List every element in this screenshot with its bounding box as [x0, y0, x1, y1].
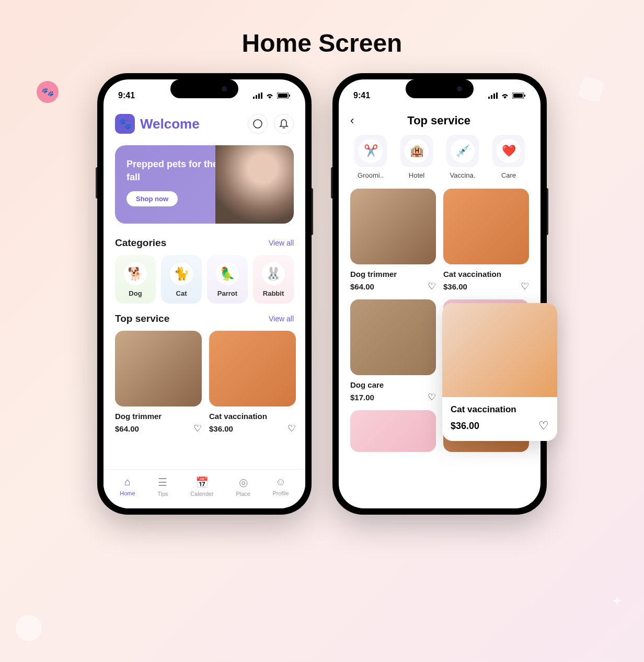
svg-point-7	[254, 120, 262, 128]
rabbit-icon: 🐰	[262, 262, 285, 285]
calendar-icon: 📅	[196, 476, 209, 489]
chat-button[interactable]	[248, 114, 268, 134]
svg-rect-8	[488, 97, 490, 99]
tips-icon: ☰	[158, 476, 167, 489]
category-rabbit[interactable]: 🐰Rabbit	[253, 255, 294, 304]
service-image	[115, 331, 202, 407]
category-parrot[interactable]: 🦜Parrot	[207, 255, 248, 304]
hotel-icon: 🏨	[405, 139, 429, 163]
service-image	[350, 299, 436, 375]
service-header: ‹ Top service	[339, 104, 540, 135]
signal-icon	[253, 92, 262, 99]
place-icon: ◎	[239, 476, 248, 489]
shop-now-button[interactable]: Shop now	[126, 191, 178, 206]
service-price: $36.00	[209, 424, 233, 433]
screen-title: Top service	[364, 114, 513, 127]
banner-text: Prepped pets for the fall	[126, 158, 221, 184]
svg-rect-13	[513, 94, 523, 98]
service-cat-label: Vaccina.	[442, 171, 483, 179]
service-name: Cat vaccination	[443, 270, 529, 278]
floating-service-card[interactable]: Cat vaccination $36.00♡	[442, 303, 557, 441]
top-service-view-all[interactable]: View all	[269, 315, 294, 323]
svg-rect-0	[253, 97, 255, 99]
nav-profile[interactable]: ☺Profile	[272, 476, 289, 497]
category-label: Rabbit	[256, 289, 291, 297]
favorite-button[interactable]: ♡	[288, 423, 296, 434]
service-card[interactable]: Cat vaccination $36.00♡	[209, 331, 296, 434]
nav-label: Home	[120, 490, 135, 496]
service-image	[442, 303, 557, 397]
service-image	[443, 189, 529, 264]
category-label: Dog	[118, 289, 153, 297]
category-label: Parrot	[210, 289, 245, 297]
service-cat-label: Hotel	[396, 171, 437, 179]
category-dog[interactable]: 🐕Dog	[115, 255, 156, 304]
battery-icon	[277, 92, 291, 99]
welcome-title: Welcome	[140, 116, 200, 132]
service-card[interactable]: Dog trimmer $64.00♡	[115, 331, 202, 434]
nav-calendar[interactable]: 📅Calender	[190, 476, 214, 497]
service-image	[209, 331, 296, 407]
service-price: $36.00	[443, 282, 467, 291]
service-cat-hotel[interactable]: 🏨Hotel	[396, 135, 437, 179]
svg-rect-5	[278, 94, 288, 98]
promo-banner[interactable]: Prepped pets for the fall Shop now	[115, 145, 294, 224]
nav-label: Place	[236, 491, 250, 497]
wifi-icon	[266, 92, 274, 99]
service-image	[350, 410, 436, 452]
svg-rect-3	[261, 92, 262, 99]
service-price: $64.00	[115, 424, 139, 433]
banner-image	[215, 145, 294, 224]
notification-button[interactable]	[274, 114, 294, 134]
service-cat-care[interactable]: ❤️Care	[488, 135, 529, 179]
service-card[interactable]: Cat vaccination $36.00♡	[443, 189, 529, 292]
nav-label: Tips	[157, 491, 168, 497]
svg-rect-11	[496, 92, 498, 99]
phone-mockup-service: 9:41 ‹ Top service ✂️Groomi.. 🏨Hotel 💉Va…	[332, 73, 547, 515]
service-name: Cat vaccination	[451, 404, 549, 415]
service-image	[350, 189, 436, 264]
svg-rect-14	[524, 95, 525, 97]
deco-circle	[16, 615, 42, 641]
service-price: $36.00	[451, 421, 479, 432]
service-cat-label: Care	[488, 171, 529, 179]
phone-notch	[406, 79, 474, 98]
nav-label: Calender	[190, 491, 214, 497]
favorite-button[interactable]: ♡	[538, 419, 549, 433]
service-name: Dog trimmer	[350, 270, 436, 278]
svg-rect-10	[493, 94, 495, 99]
deco-star-icon: ✦	[611, 593, 623, 610]
category-cat[interactable]: 🐈Cat	[161, 255, 202, 304]
favorite-button[interactable]: ♡	[428, 281, 436, 292]
service-cat-grooming[interactable]: ✂️Groomi..	[350, 135, 391, 179]
status-time: 9:41	[353, 91, 370, 100]
nav-label: Profile	[272, 490, 289, 496]
service-card[interactable]	[350, 410, 436, 452]
svg-rect-6	[289, 95, 290, 97]
nav-tips[interactable]: ☰Tips	[157, 476, 168, 497]
service-cat-vaccination[interactable]: 💉Vaccina.	[442, 135, 483, 179]
page-title: Home Screen	[0, 0, 644, 73]
favorite-button[interactable]: ♡	[521, 281, 529, 292]
svg-rect-1	[256, 95, 257, 99]
categories-view-all[interactable]: View all	[269, 239, 294, 247]
nav-place[interactable]: ◎Place	[236, 476, 250, 497]
wifi-icon	[501, 92, 509, 99]
heart-icon: ❤️	[497, 139, 521, 163]
syringe-icon: 💉	[451, 139, 475, 163]
app-logo-icon[interactable]: 🐾	[115, 114, 135, 134]
back-button[interactable]: ‹	[350, 114, 354, 127]
service-card[interactable]: Dog care $17.00♡	[350, 299, 436, 403]
phone-mockup-home: 9:41 🐾 Welcome Prepped pets for the fall…	[97, 73, 312, 515]
dog-icon: 🐕	[124, 262, 147, 285]
category-label: Cat	[164, 289, 199, 297]
service-price: $17.00	[350, 393, 374, 402]
signal-icon	[488, 92, 498, 99]
nav-home[interactable]: ⌂Home	[120, 476, 135, 497]
favorite-button[interactable]: ♡	[428, 391, 436, 403]
top-service-heading: Top service	[115, 313, 169, 324]
service-card[interactable]: Dog trimmer $64.00♡	[350, 189, 436, 292]
service-name: Dog care	[350, 380, 436, 389]
svg-rect-9	[491, 95, 492, 99]
favorite-button[interactable]: ♡	[193, 423, 202, 434]
